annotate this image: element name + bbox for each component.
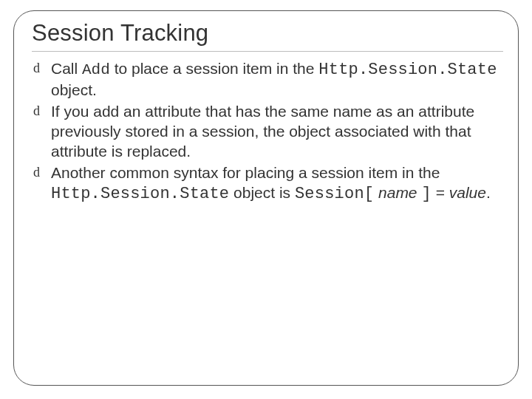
text: =: [432, 184, 449, 201]
text: object.: [51, 81, 97, 98]
slide-frame: Session Tracking Call Add to place a ses…: [13, 10, 519, 386]
text: object is: [229, 184, 295, 201]
italic-text: name: [374, 184, 421, 201]
bullet-item: Call Add to place a session item in the …: [33, 59, 503, 100]
title-divider: [32, 51, 503, 52]
italic-text: value: [449, 184, 486, 201]
code: ]: [421, 185, 431, 203]
code: Http.Session.State: [318, 61, 497, 79]
text: Call: [51, 60, 82, 77]
text: If you add an attribute that has the sam…: [51, 103, 474, 160]
code: Http.Session.State: [51, 185, 229, 203]
text: to place a session item in the: [110, 60, 319, 77]
bullet-item: Another common syntax for placing a sess…: [33, 163, 503, 205]
code: Session[: [295, 185, 374, 203]
code: Add: [82, 61, 110, 78]
text: .: [486, 184, 491, 201]
bullet-item: If you add an attribute that has the sam…: [33, 102, 503, 162]
text: Another common syntax for placing a sess…: [51, 164, 440, 181]
slide-title: Session Tracking: [32, 20, 503, 47]
slide: Session Tracking Call Add to place a ses…: [0, 0, 532, 399]
bullet-list: Call Add to place a session item in the …: [32, 59, 503, 205]
